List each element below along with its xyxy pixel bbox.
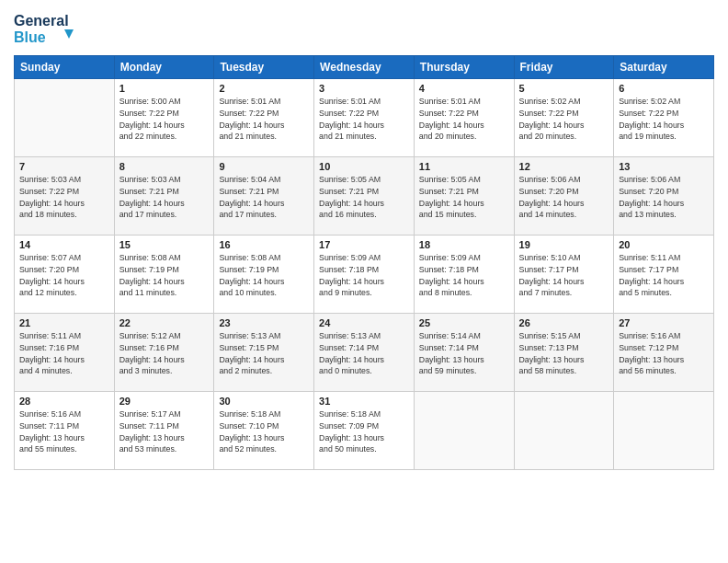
day-number: 11 xyxy=(419,161,509,172)
day-info: Sunrise: 5:08 AM Sunset: 7:19 PM Dayligh… xyxy=(219,252,309,299)
day-info: Sunrise: 5:15 AM Sunset: 7:13 PM Dayligh… xyxy=(519,330,609,377)
header: GeneralBlue xyxy=(14,9,714,48)
weekday-header-wednesday: Wednesday xyxy=(314,56,415,79)
page-container: GeneralBlue SundayMondayTuesdayWednesday… xyxy=(0,0,728,479)
day-number: 1 xyxy=(119,83,210,94)
calendar-cell xyxy=(414,392,514,470)
calendar-cell: 18Sunrise: 5:09 AM Sunset: 7:18 PM Dayli… xyxy=(414,236,514,314)
svg-text:General: General xyxy=(14,13,69,29)
calendar-cell: 30Sunrise: 5:18 AM Sunset: 7:10 PM Dayli… xyxy=(214,392,314,470)
day-info: Sunrise: 5:04 AM Sunset: 7:21 PM Dayligh… xyxy=(219,174,309,221)
day-number: 20 xyxy=(619,239,709,250)
calendar-week-3: 14Sunrise: 5:07 AM Sunset: 7:20 PM Dayli… xyxy=(15,236,714,314)
calendar-cell: 20Sunrise: 5:11 AM Sunset: 7:17 PM Dayli… xyxy=(614,236,714,314)
calendar-cell: 6Sunrise: 5:02 AM Sunset: 7:22 PM Daylig… xyxy=(614,79,714,157)
logo-svg: GeneralBlue xyxy=(14,9,87,48)
weekday-header-saturday: Saturday xyxy=(614,56,714,79)
day-number: 29 xyxy=(119,396,210,407)
calendar-cell: 24Sunrise: 5:13 AM Sunset: 7:14 PM Dayli… xyxy=(314,314,415,392)
weekday-header-row: SundayMondayTuesdayWednesdayThursdayFrid… xyxy=(15,56,714,79)
calendar-cell: 31Sunrise: 5:18 AM Sunset: 7:09 PM Dayli… xyxy=(314,392,415,470)
day-number: 25 xyxy=(419,317,509,328)
calendar-cell: 7Sunrise: 5:03 AM Sunset: 7:22 PM Daylig… xyxy=(15,157,115,236)
day-info: Sunrise: 5:13 AM Sunset: 7:15 PM Dayligh… xyxy=(219,330,309,377)
weekday-header-tuesday: Tuesday xyxy=(214,56,314,79)
calendar-cell xyxy=(614,392,714,470)
day-number: 23 xyxy=(219,317,309,328)
calendar-week-1: 1Sunrise: 5:00 AM Sunset: 7:22 PM Daylig… xyxy=(15,79,714,157)
calendar-cell: 21Sunrise: 5:11 AM Sunset: 7:16 PM Dayli… xyxy=(15,314,115,392)
calendar-cell xyxy=(15,79,115,157)
day-number: 28 xyxy=(19,396,109,407)
svg-marker-2 xyxy=(64,29,74,39)
day-info: Sunrise: 5:09 AM Sunset: 7:18 PM Dayligh… xyxy=(319,252,409,299)
calendar-cell: 1Sunrise: 5:00 AM Sunset: 7:22 PM Daylig… xyxy=(114,79,214,157)
calendar-cell: 26Sunrise: 5:15 AM Sunset: 7:13 PM Dayli… xyxy=(514,314,614,392)
day-number: 27 xyxy=(619,317,709,328)
calendar-cell: 4Sunrise: 5:01 AM Sunset: 7:22 PM Daylig… xyxy=(414,79,514,157)
day-number: 8 xyxy=(119,161,210,172)
day-info: Sunrise: 5:07 AM Sunset: 7:20 PM Dayligh… xyxy=(19,252,109,299)
day-info: Sunrise: 5:17 AM Sunset: 7:11 PM Dayligh… xyxy=(119,408,210,455)
day-info: Sunrise: 5:06 AM Sunset: 7:20 PM Dayligh… xyxy=(519,174,609,221)
svg-text:Blue: Blue xyxy=(14,29,46,45)
calendar-cell: 16Sunrise: 5:08 AM Sunset: 7:19 PM Dayli… xyxy=(214,236,314,314)
day-number: 2 xyxy=(219,83,309,94)
day-number: 22 xyxy=(119,317,210,328)
day-info: Sunrise: 5:14 AM Sunset: 7:14 PM Dayligh… xyxy=(419,330,509,377)
day-number: 7 xyxy=(19,161,109,172)
day-info: Sunrise: 5:18 AM Sunset: 7:09 PM Dayligh… xyxy=(319,408,409,455)
day-number: 14 xyxy=(19,239,109,250)
day-info: Sunrise: 5:16 AM Sunset: 7:12 PM Dayligh… xyxy=(619,330,709,377)
day-number: 26 xyxy=(519,317,609,328)
day-info: Sunrise: 5:00 AM Sunset: 7:22 PM Dayligh… xyxy=(119,96,210,143)
day-number: 19 xyxy=(519,239,609,250)
calendar-cell: 13Sunrise: 5:06 AM Sunset: 7:20 PM Dayli… xyxy=(614,157,714,236)
calendar-cell: 10Sunrise: 5:05 AM Sunset: 7:21 PM Dayli… xyxy=(314,157,415,236)
calendar-cell: 29Sunrise: 5:17 AM Sunset: 7:11 PM Dayli… xyxy=(114,392,214,470)
day-number: 15 xyxy=(119,239,210,250)
day-number: 17 xyxy=(319,239,409,250)
day-info: Sunrise: 5:01 AM Sunset: 7:22 PM Dayligh… xyxy=(219,96,309,143)
day-number: 5 xyxy=(519,83,609,94)
day-info: Sunrise: 5:08 AM Sunset: 7:19 PM Dayligh… xyxy=(119,252,210,299)
day-number: 16 xyxy=(219,239,309,250)
day-number: 12 xyxy=(519,161,609,172)
day-info: Sunrise: 5:18 AM Sunset: 7:10 PM Dayligh… xyxy=(219,408,309,455)
weekday-header-sunday: Sunday xyxy=(15,56,115,79)
day-number: 9 xyxy=(219,161,309,172)
day-info: Sunrise: 5:05 AM Sunset: 7:21 PM Dayligh… xyxy=(419,174,509,221)
day-info: Sunrise: 5:12 AM Sunset: 7:16 PM Dayligh… xyxy=(119,330,210,377)
calendar-table: SundayMondayTuesdayWednesdayThursdayFrid… xyxy=(14,55,714,470)
day-number: 24 xyxy=(319,317,409,328)
calendar-cell: 19Sunrise: 5:10 AM Sunset: 7:17 PM Dayli… xyxy=(514,236,614,314)
day-info: Sunrise: 5:05 AM Sunset: 7:21 PM Dayligh… xyxy=(319,174,409,221)
calendar-week-5: 28Sunrise: 5:16 AM Sunset: 7:11 PM Dayli… xyxy=(15,392,714,470)
day-info: Sunrise: 5:01 AM Sunset: 7:22 PM Dayligh… xyxy=(419,96,509,143)
calendar-week-4: 21Sunrise: 5:11 AM Sunset: 7:16 PM Dayli… xyxy=(15,314,714,392)
weekday-header-thursday: Thursday xyxy=(414,56,514,79)
day-info: Sunrise: 5:03 AM Sunset: 7:22 PM Dayligh… xyxy=(19,174,109,221)
day-number: 3 xyxy=(319,83,409,94)
day-info: Sunrise: 5:03 AM Sunset: 7:21 PM Dayligh… xyxy=(119,174,210,221)
day-info: Sunrise: 5:09 AM Sunset: 7:18 PM Dayligh… xyxy=(419,252,509,299)
weekday-header-monday: Monday xyxy=(114,56,214,79)
day-info: Sunrise: 5:16 AM Sunset: 7:11 PM Dayligh… xyxy=(19,408,109,455)
logo: GeneralBlue xyxy=(14,9,87,48)
calendar-cell: 9Sunrise: 5:04 AM Sunset: 7:21 PM Daylig… xyxy=(214,157,314,236)
day-info: Sunrise: 5:02 AM Sunset: 7:22 PM Dayligh… xyxy=(619,96,709,143)
day-number: 6 xyxy=(619,83,709,94)
day-info: Sunrise: 5:01 AM Sunset: 7:22 PM Dayligh… xyxy=(319,96,409,143)
calendar-cell: 11Sunrise: 5:05 AM Sunset: 7:21 PM Dayli… xyxy=(414,157,514,236)
day-number: 10 xyxy=(319,161,409,172)
day-number: 21 xyxy=(19,317,109,328)
day-number: 30 xyxy=(219,396,309,407)
calendar-cell: 27Sunrise: 5:16 AM Sunset: 7:12 PM Dayli… xyxy=(614,314,714,392)
calendar-cell xyxy=(514,392,614,470)
day-info: Sunrise: 5:06 AM Sunset: 7:20 PM Dayligh… xyxy=(619,174,709,221)
calendar-cell: 15Sunrise: 5:08 AM Sunset: 7:19 PM Dayli… xyxy=(114,236,214,314)
day-info: Sunrise: 5:10 AM Sunset: 7:17 PM Dayligh… xyxy=(519,252,609,299)
weekday-header-friday: Friday xyxy=(514,56,614,79)
calendar-cell: 8Sunrise: 5:03 AM Sunset: 7:21 PM Daylig… xyxy=(114,157,214,236)
calendar-cell: 22Sunrise: 5:12 AM Sunset: 7:16 PM Dayli… xyxy=(114,314,214,392)
